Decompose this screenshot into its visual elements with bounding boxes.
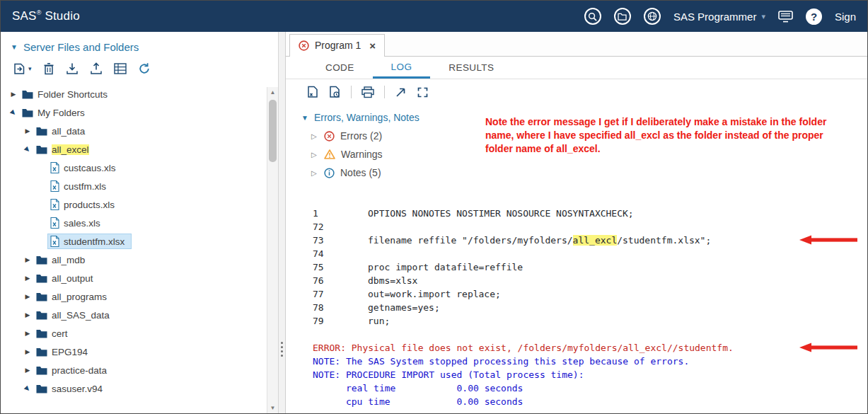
tree-item-all-data[interactable]: ▶all_data xyxy=(1,122,278,140)
tree-item-label: EPG194 xyxy=(52,347,88,357)
tab-program-1[interactable]: Program 1 × xyxy=(289,34,385,57)
tree-item-studentfm-xlsx[interactable]: studentfm.xlsx xyxy=(1,232,278,251)
tree-item-label: studentfm.xlsx xyxy=(64,236,125,247)
scroll-up-icon[interactable]: ▲ xyxy=(267,87,278,98)
download-button[interactable] xyxy=(66,62,79,75)
expand-icon[interactable]: ▶ xyxy=(22,330,33,337)
tree-item-all-sas-data[interactable]: ▶all_SAS_data xyxy=(1,306,278,324)
save-log-icon[interactable] xyxy=(307,86,319,98)
line-number: 78 xyxy=(313,301,368,314)
expand-icon[interactable]: ▶ xyxy=(22,256,33,263)
scrollbar-thumb[interactable] xyxy=(269,100,277,162)
tree-item-label: My Folders xyxy=(37,108,85,118)
expand-icon[interactable]: ▶ xyxy=(22,293,33,300)
tree-item-practice-data[interactable]: ▶practice-data xyxy=(1,361,278,379)
server-files-header[interactable]: ▼ Server Files and Folders xyxy=(1,32,278,59)
new-item-button[interactable]: ▾ xyxy=(13,62,32,75)
expand-icon: ▷ xyxy=(311,132,318,140)
help-icon[interactable]: ? xyxy=(806,8,822,25)
folder-icon xyxy=(36,255,47,265)
sas-studio-window: SAS® Studio SAS Programmer ▾ ? Sign xyxy=(0,0,868,414)
expand-icon[interactable]: ▶ xyxy=(22,275,33,282)
tab-log[interactable]: LOG xyxy=(373,57,431,79)
folder-icon xyxy=(36,292,47,301)
line-number: 1 xyxy=(313,207,368,220)
files-icon[interactable] xyxy=(614,8,631,25)
tab-code[interactable]: CODE xyxy=(307,57,373,79)
tree-item-my-folders[interactable]: ▶My Folders xyxy=(1,103,278,122)
log-line: 72 xyxy=(313,220,867,234)
preferences-icon[interactable] xyxy=(778,11,793,23)
tree-item-products-xls[interactable]: products.xls xyxy=(1,195,278,214)
collapse-icon[interactable]: ▶ xyxy=(21,143,34,156)
log-line: 78getnames=yes; xyxy=(313,301,867,314)
divider xyxy=(384,86,385,98)
upload-button[interactable] xyxy=(90,62,103,75)
collapse-icon[interactable]: ▶ xyxy=(7,106,20,119)
expand-icon[interactable]: ▶ xyxy=(22,367,33,374)
tree-item-label: cert xyxy=(52,328,68,339)
error-icon xyxy=(324,131,335,142)
log-line: 76dbms=xlsx xyxy=(313,274,867,287)
tree-item-label: all_output xyxy=(52,273,93,284)
tree-item-custfm-xls[interactable]: custfm.xls xyxy=(1,177,278,195)
tab-label: Program 1 xyxy=(315,40,361,51)
delete-button[interactable] xyxy=(43,62,54,75)
clear-log-icon[interactable] xyxy=(329,86,341,98)
excel-file-icon xyxy=(50,236,59,247)
folder-icon xyxy=(36,274,47,283)
tree-item-epg194[interactable]: ▶EPG194 xyxy=(1,343,278,361)
expand-icon[interactable]: ▶ xyxy=(22,348,33,355)
tree-item-all-programs[interactable]: ▶all_programs xyxy=(1,287,278,306)
tree-item-label: all_data xyxy=(52,126,85,137)
log-line: 74 xyxy=(313,247,867,260)
log-note-message: real time 0.00 seconds xyxy=(313,381,867,395)
tree-item-custcaus-xls[interactable]: custcaus.xls xyxy=(1,159,278,177)
log-line: 73filename reffile "/folders/myfolders/a… xyxy=(313,234,867,247)
expand-icon[interactable]: ▶ xyxy=(22,311,33,318)
warnings-label: Warnings xyxy=(341,149,383,160)
folder-icon xyxy=(36,127,47,136)
panel-splitter[interactable] xyxy=(279,32,286,413)
sign-out-link[interactable]: Sign xyxy=(835,11,856,23)
tree-item-all-mdb[interactable]: ▶all_mdb xyxy=(1,251,278,269)
sidebar-scrollbar[interactable]: ▲ ▼ xyxy=(267,87,278,413)
properties-button[interactable] xyxy=(114,63,127,74)
log-output: 1OPTIONS NONOTES NOSTIMER NOSOURCE NOSYN… xyxy=(286,185,867,408)
expand-icon[interactable]: ▶ xyxy=(8,91,19,98)
tree-item-all-output[interactable]: ▶all_output xyxy=(1,269,278,287)
tree-item-label: custcaus.xls xyxy=(64,163,116,173)
print-icon[interactable] xyxy=(361,86,374,98)
notes-group[interactable]: ▷ Notes (5) xyxy=(311,167,867,178)
refresh-button[interactable] xyxy=(138,62,151,75)
user-menu[interactable]: SAS Programmer ▾ xyxy=(673,11,765,23)
tree-item-label: sales.xls xyxy=(64,218,100,229)
annotation-text: Note the error message I get if I delibe… xyxy=(485,115,843,156)
open-new-window-icon[interactable] xyxy=(395,86,407,98)
program-panel: Program 1 × CODE LOG RESULTS xyxy=(286,32,867,413)
tree-item-folder-shortcuts[interactable]: ▶Folder Shortcuts xyxy=(1,85,278,103)
folder-icon xyxy=(36,384,47,393)
search-icon[interactable] xyxy=(584,8,601,25)
globe-icon[interactable] xyxy=(644,8,661,25)
tree-item-sales-xls[interactable]: sales.xls xyxy=(1,214,278,232)
tab-results[interactable]: RESULTS xyxy=(430,57,512,79)
tree-item-sasuser-v94[interactable]: ▶sasuser.v94 xyxy=(1,379,278,398)
server-files-panel: ▼ Server Files and Folders ▾ xyxy=(1,32,279,413)
log-messages: ERROR: Physical file does not exist, /fo… xyxy=(313,341,867,408)
maximize-icon[interactable] xyxy=(417,86,429,98)
scroll-down-icon[interactable]: ▼ xyxy=(267,403,278,413)
code-text: filename reffile "/folders/myfolders/ xyxy=(368,235,573,246)
close-icon[interactable]: × xyxy=(369,40,376,51)
excel-file-icon xyxy=(50,180,59,192)
collapse-icon[interactable]: ▶ xyxy=(21,382,34,395)
expand-icon: ▷ xyxy=(311,169,318,177)
tree-item-all-excel[interactable]: ▶all_excel xyxy=(1,140,278,159)
splitter-handle-icon[interactable] xyxy=(281,342,283,357)
line-number: 76 xyxy=(313,274,368,287)
tree-item-cert[interactable]: ▶cert xyxy=(1,324,278,343)
expand-icon[interactable]: ▶ xyxy=(22,127,33,134)
line-number: 73 xyxy=(313,234,368,247)
collapse-icon: ▼ xyxy=(301,114,308,122)
error-status-icon xyxy=(299,40,309,51)
